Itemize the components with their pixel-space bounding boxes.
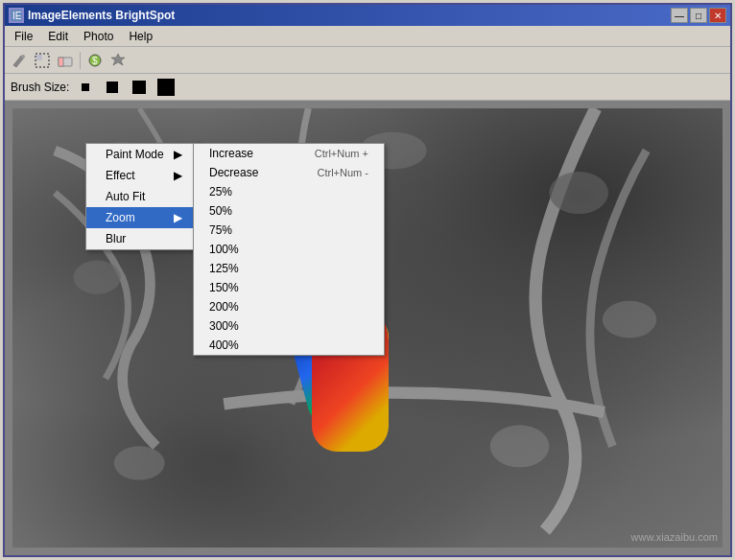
svg-point-15 xyxy=(603,301,656,338)
menu-file[interactable]: File xyxy=(7,26,40,46)
maximize-button[interactable]: □ xyxy=(690,8,707,23)
canvas-area: www.xiazaibu.com Paint Mode ▶ Effect ▶ A… xyxy=(5,101,730,555)
svg-marker-9 xyxy=(111,54,125,65)
svg-point-2 xyxy=(21,55,25,58)
zoom-75-label: 75% xyxy=(209,223,232,237)
zoom-400[interactable]: 400% xyxy=(194,336,384,355)
menu-file-label: File xyxy=(14,30,33,43)
main-toolbar: $ xyxy=(5,47,730,74)
zoom-75[interactable]: 75% xyxy=(194,221,384,240)
menu-blur[interactable]: Blur xyxy=(86,228,202,249)
effect-arrow: ▶ xyxy=(174,169,182,182)
watermark: www.xiazaibu.com xyxy=(631,531,718,543)
brush-size-xlarge[interactable] xyxy=(155,77,177,98)
select-tool-btn[interactable] xyxy=(32,50,53,71)
zoom-150[interactable]: 150% xyxy=(194,278,384,297)
zoom-300[interactable]: 300% xyxy=(194,316,384,336)
zoom-25[interactable]: 25% xyxy=(194,182,384,201)
zoom-increase[interactable]: Increase Ctrl+Num + xyxy=(194,144,384,163)
erase-tool-btn[interactable] xyxy=(55,50,76,71)
window-controls: — □ ✕ xyxy=(671,8,726,23)
zoom-125-label: 125% xyxy=(209,262,239,275)
paint-mode-arrow: ▶ xyxy=(174,148,182,161)
brush-toolbar: Brush Size: xyxy=(5,74,730,101)
svg-point-16 xyxy=(490,425,550,467)
app-icon: IE xyxy=(9,8,24,23)
effect-label: Effect xyxy=(106,169,134,182)
svg-point-17 xyxy=(114,446,165,479)
brush-size-large[interactable] xyxy=(129,77,150,98)
menu-help-label: Help xyxy=(129,30,153,43)
window-title: ImageElements BrightSpot xyxy=(28,9,671,22)
svg-rect-6 xyxy=(59,58,63,66)
paint-tool-btn[interactable] xyxy=(9,50,30,71)
zoom-300-label: 300% xyxy=(209,319,239,333)
zoom-125[interactable]: 125% xyxy=(194,259,384,278)
zoom-label: Zoom xyxy=(106,211,135,224)
close-button[interactable]: ✕ xyxy=(709,8,726,23)
menu-edit[interactable]: Edit xyxy=(40,26,76,46)
zoom-decrease[interactable]: Decrease Ctrl+Num - xyxy=(194,163,384,182)
zoom-50-label: 50% xyxy=(209,204,232,218)
auto-fit-label: Auto Fit xyxy=(106,190,145,203)
zoom-50[interactable]: 50% xyxy=(194,201,384,221)
menu-edit-label: Edit xyxy=(48,30,68,43)
svg-point-14 xyxy=(73,261,120,294)
menu-bar: File Edit Photo Help xyxy=(5,26,730,47)
menu-effect[interactable]: Effect ▶ xyxy=(86,165,202,186)
color-picker-btn[interactable]: $ xyxy=(84,50,106,71)
main-window: IE ImageElements BrightSpot — □ ✕ File E… xyxy=(3,3,732,557)
menu-help[interactable]: Help xyxy=(121,26,160,46)
zoom-150-label: 150% xyxy=(209,281,239,294)
minimize-button[interactable]: — xyxy=(671,8,688,23)
zoom-200[interactable]: 200% xyxy=(194,297,384,316)
svg-text:$: $ xyxy=(92,56,98,66)
photo-dropdown-menu: Paint Mode ▶ Effect ▶ Auto Fit Zoom ▶ Bl… xyxy=(85,143,202,250)
zoom-decrease-label: Decrease xyxy=(209,166,258,179)
menu-zoom[interactable]: Zoom ▶ xyxy=(86,207,202,228)
menu-auto-fit[interactable]: Auto Fit xyxy=(86,186,202,207)
zoom-25-label: 25% xyxy=(209,185,232,198)
zoom-100-label: 100% xyxy=(209,243,239,256)
zoom-400-label: 400% xyxy=(209,338,239,352)
zoom-submenu: Increase Ctrl+Num + Decrease Ctrl+Num - … xyxy=(193,143,385,356)
title-bar: IE ImageElements BrightSpot — □ ✕ xyxy=(5,5,730,26)
brush-size-small[interactable] xyxy=(75,77,96,98)
menu-photo-label: Photo xyxy=(83,30,113,43)
toolbar-separator-1 xyxy=(80,52,81,69)
settings-btn[interactable] xyxy=(107,50,129,71)
zoom-100[interactable]: 100% xyxy=(194,240,384,259)
svg-point-11 xyxy=(549,172,608,214)
brush-size-label: Brush Size: xyxy=(11,81,69,94)
svg-rect-4 xyxy=(36,55,42,60)
brush-size-medium[interactable] xyxy=(102,77,123,98)
menu-photo[interactable]: Photo xyxy=(76,26,121,46)
blur-label: Blur xyxy=(106,232,126,245)
menu-paint-mode[interactable]: Paint Mode ▶ xyxy=(86,144,202,165)
zoom-increase-shortcut: Ctrl+Num + xyxy=(315,148,368,159)
zoom-200-label: 200% xyxy=(209,300,239,314)
svg-text:IE: IE xyxy=(12,11,22,21)
zoom-arrow: ▶ xyxy=(174,211,182,224)
paint-mode-label: Paint Mode xyxy=(106,148,164,161)
zoom-increase-label: Increase xyxy=(209,147,253,160)
zoom-decrease-shortcut: Ctrl+Num - xyxy=(318,167,368,178)
